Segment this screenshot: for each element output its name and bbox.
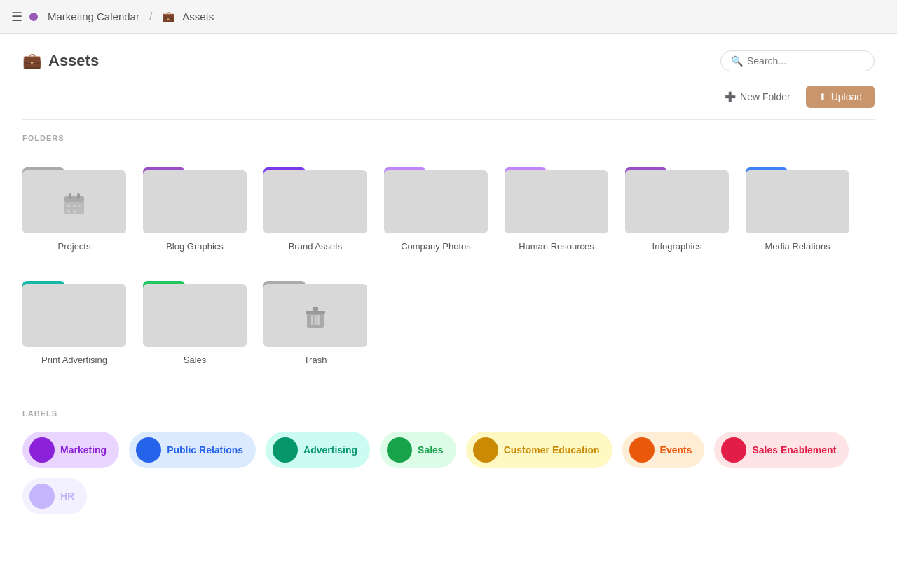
folder-icon-wrap [263,156,367,233]
svg-rect-13 [315,315,317,325]
label-item[interactable]: Public Relations [129,432,256,468]
svg-rect-8 [73,210,76,213]
app-name: Marketing Calendar [48,11,139,22]
label-item[interactable]: HR [22,478,87,514]
label-item[interactable]: Sales [380,432,456,468]
new-folder-icon: ➕ [724,91,736,102]
folder-item[interactable]: Human Resources [505,156,608,253]
folder-name: Trash [304,354,327,367]
folder-name: Print Advertising [41,354,107,367]
folder-name: Projects [58,240,91,253]
page-title-icon: 💼 [22,52,41,70]
assets-briefcase-icon: 💼 [162,11,175,23]
label-item[interactable]: Advertising [266,432,370,468]
label-name: Public Relations [167,444,243,456]
label-dot [136,437,161,463]
folder-body [22,284,126,347]
svg-rect-4 [67,205,70,207]
folder-name: Blog Graphics [166,240,224,253]
svg-rect-7 [67,210,70,213]
new-folder-label: New Folder [740,91,790,102]
folder-icon-wrap [384,156,488,233]
folder-name: Infographics [652,240,702,253]
folder-inner-icon [306,307,325,334]
folder-icon-wrap [143,270,247,347]
label-dot [29,437,55,463]
label-item[interactable]: Sales Enablement [714,432,849,468]
labels-section-label: LABELS [22,409,875,418]
folder-grid: ProjectsBlog GraphicsBrand AssetsCompany… [22,156,875,367]
header-row: 💼 Assets 🔍 [22,50,875,71]
svg-rect-11 [313,307,318,311]
folder-inner-icon [63,193,85,221]
search-icon: 🔍 [731,55,743,67]
folder-item[interactable]: Media Relations [746,156,849,253]
folder-item[interactable]: Sales [143,270,247,367]
folder-icon-wrap [143,156,247,233]
folder-icon-wrap [22,270,126,347]
folder-body [263,284,367,347]
folder-body [505,170,608,233]
folder-item[interactable]: Blog Graphics [143,156,247,253]
breadcrumb-assets: Assets [182,11,214,22]
label-dot [629,437,655,463]
folder-item[interactable]: Brand Assets [263,156,367,253]
top-actions-row: ➕ New Folder ⬆ Upload [22,86,875,108]
label-name: Events [660,444,692,456]
folder-item[interactable]: Trash [263,270,367,367]
svg-rect-14 [317,315,320,325]
label-item[interactable]: Events [622,432,705,468]
labels-section: LABELS MarketingPublic RelationsAdvertis… [22,395,875,514]
folder-body [143,284,247,347]
label-name: Marketing [60,444,107,456]
svg-rect-3 [77,193,80,199]
folder-icon-wrap [746,156,849,233]
folder-name: Sales [184,354,207,367]
svg-rect-6 [78,205,81,207]
folder-name: Human Resources [519,240,594,253]
labels-grid: MarketingPublic RelationsAdvertisingSale… [22,432,875,514]
breadcrumb-separator: / [149,11,152,23]
svg-rect-2 [69,193,71,199]
folder-item[interactable]: Print Advertising [22,270,126,367]
folder-icon-wrap [505,156,608,233]
label-name: Customer Education [504,444,600,456]
folder-item[interactable]: Projects [22,156,126,253]
menu-icon[interactable]: ☰ [11,9,22,25]
label-name: Sales [418,444,444,456]
page-title: 💼 Assets [22,52,99,70]
main-content: 💼 Assets 🔍 ➕ New Folder ⬆ Upload FOLDERS [0,34,897,588]
folder-body [263,170,367,233]
label-name: HR [60,491,74,502]
upload-button[interactable]: ⬆ Upload [806,86,875,108]
folders-section-label: FOLDERS [22,134,875,142]
header-actions: 🔍 [720,50,875,71]
label-name: Sales Enablement [752,444,836,456]
svg-rect-10 [306,311,325,314]
folder-body [22,170,126,233]
labels-divider [22,395,875,395]
label-dot [29,484,55,509]
label-dot [387,437,412,463]
folder-name: Media Relations [765,240,830,253]
label-dot [721,437,746,463]
section-divider [22,119,875,120]
search-box[interactable]: 🔍 [720,50,875,71]
search-input[interactable] [747,55,864,67]
folder-name: Brand Assets [289,240,343,253]
folder-icon-wrap [263,270,367,347]
label-item[interactable]: Marketing [22,432,119,468]
label-dot [473,437,498,463]
label-dot [273,437,298,463]
svg-rect-12 [311,315,313,325]
upload-icon: ⬆ [819,91,827,102]
folder-icon-wrap [625,156,729,233]
label-item[interactable]: Customer Education [466,432,612,468]
folder-body [746,170,849,233]
folder-body [625,170,729,233]
folder-item[interactable]: Company Photos [384,156,488,253]
folder-item[interactable]: Infographics [625,156,729,253]
folder-body [384,170,488,233]
svg-rect-5 [73,205,76,207]
new-folder-button[interactable]: ➕ New Folder [717,87,797,107]
